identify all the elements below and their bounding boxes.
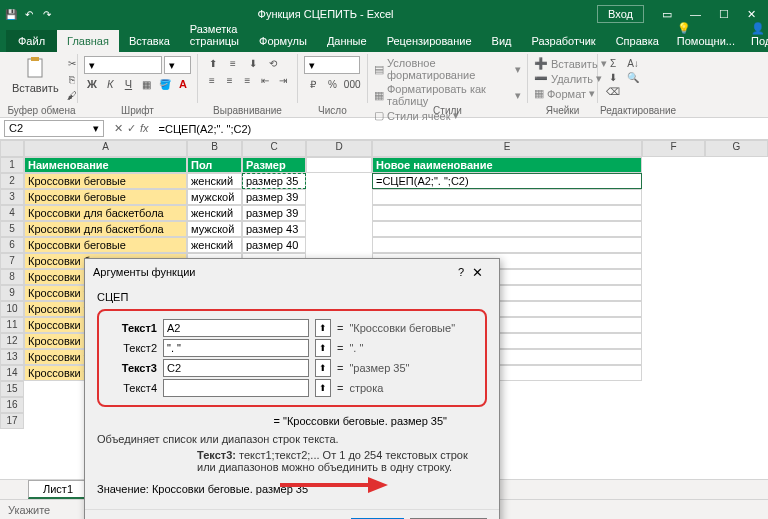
autosave-icon[interactable]: 💾 — [4, 7, 18, 21]
range-ref-icon[interactable]: ⬆ — [315, 359, 331, 377]
col-header-f[interactable]: F — [642, 140, 705, 157]
autosum-icon[interactable]: Σ — [604, 56, 622, 70]
tab-view[interactable]: Вид — [482, 30, 522, 52]
cell[interactable]: размер 39 — [242, 189, 306, 205]
tell-me[interactable]: 💡 Помощни... — [669, 17, 743, 52]
row-header[interactable]: 16 — [0, 397, 24, 413]
cell[interactable]: Кроссовки для баскетбола — [24, 205, 187, 221]
cell[interactable]: размер 40 — [242, 237, 306, 253]
cell[interactable] — [372, 189, 642, 205]
cell[interactable]: размер 43 — [242, 221, 306, 237]
paste-button[interactable]: Вставить — [12, 56, 59, 94]
tab-help[interactable]: Справка — [606, 30, 669, 52]
format-cell-button[interactable]: ▦ Формат ▾ — [534, 86, 591, 101]
indent-dec-icon[interactable]: ⇤ — [257, 73, 273, 87]
share-button[interactable]: 👤 Поделиться — [743, 17, 768, 52]
cell[interactable] — [372, 221, 642, 237]
row-header[interactable]: 9 — [0, 285, 24, 301]
bold-icon[interactable]: Ж — [84, 77, 100, 91]
percent-icon[interactable]: % — [324, 77, 342, 91]
cond-format-button[interactable]: ▤ Условное форматирование ▾ — [374, 56, 521, 82]
cell[interactable] — [372, 205, 642, 221]
formula-input[interactable]: =СЦЕП(A2;". ";C2) — [155, 122, 768, 136]
row-header[interactable]: 12 — [0, 333, 24, 349]
tab-insert[interactable]: Вставка — [119, 30, 180, 52]
row-header[interactable]: 14 — [0, 365, 24, 381]
align-top-icon[interactable]: ⬆ — [204, 56, 222, 70]
col-header-c[interactable]: C — [242, 140, 306, 157]
tab-layout[interactable]: Разметка страницы — [180, 18, 249, 52]
fill-color-icon[interactable]: 🪣 — [157, 77, 173, 91]
row-header[interactable]: 17 — [0, 413, 24, 429]
cell[interactable]: Кроссовки беговые — [24, 189, 187, 205]
range-ref-icon[interactable]: ⬆ — [315, 319, 331, 337]
currency-icon[interactable]: ₽ — [304, 77, 322, 91]
cell[interactable]: Кроссовки для баскетбола — [24, 221, 187, 237]
cell[interactable]: Кроссовки беговые — [24, 237, 187, 253]
align-center-icon[interactable]: ≡ — [222, 73, 238, 87]
name-box[interactable]: C2▾ — [4, 120, 104, 137]
cell[interactable] — [372, 237, 642, 253]
align-bot-icon[interactable]: ⬇ — [244, 56, 262, 70]
align-left-icon[interactable]: ≡ — [204, 73, 220, 87]
arg-input[interactable] — [163, 379, 309, 397]
cell[interactable]: =СЦЕП(A2;". ";C2) — [372, 173, 642, 189]
col-header-d[interactable]: D — [306, 140, 372, 157]
dialog-titlebar[interactable]: Аргументы функции ? ✕ — [85, 259, 499, 285]
cell[interactable]: женский — [187, 173, 242, 189]
font-selector[interactable]: ▾ — [84, 56, 162, 74]
cell[interactable]: мужской — [187, 221, 242, 237]
sort-icon[interactable]: A↓ — [624, 56, 642, 70]
col-header-g[interactable]: G — [705, 140, 768, 157]
font-color-icon[interactable]: А — [175, 77, 191, 91]
cell[interactable]: женский — [187, 237, 242, 253]
col-header-a[interactable]: A — [24, 140, 187, 157]
col-header-e[interactable]: E — [372, 140, 642, 157]
cell[interactable]: Кроссовки беговые — [24, 173, 187, 189]
cancel-formula-icon[interactable]: ✕ — [114, 122, 123, 135]
italic-icon[interactable]: К — [102, 77, 118, 91]
tab-review[interactable]: Рецензирование — [377, 30, 482, 52]
tab-home[interactable]: Главная — [57, 30, 119, 52]
cell[interactable]: женский — [187, 205, 242, 221]
cell[interactable]: размер 35 — [242, 173, 306, 189]
tab-dev[interactable]: Разработчик — [522, 30, 606, 52]
arg-input[interactable] — [163, 359, 309, 377]
sheet-tab[interactable]: Лист1 — [28, 480, 88, 499]
row-header[interactable]: 4 — [0, 205, 24, 221]
dialog-close-icon[interactable]: ✕ — [464, 263, 491, 282]
font-size[interactable]: ▾ — [164, 56, 191, 74]
cell[interactable]: Пол — [187, 157, 242, 173]
cell[interactable]: размер 39 — [242, 205, 306, 221]
tab-file[interactable]: Файл — [6, 30, 57, 52]
row-header[interactable]: 2 — [0, 173, 24, 189]
row-header[interactable]: 13 — [0, 349, 24, 365]
cell[interactable]: мужской — [187, 189, 242, 205]
delete-cell-button[interactable]: ➖ Удалить ▾ — [534, 71, 591, 86]
insert-cell-button[interactable]: ➕ Вставить ▾ — [534, 56, 591, 71]
fill-icon[interactable]: ⬇ — [604, 70, 622, 84]
orientation-icon[interactable]: ⟲ — [264, 56, 282, 70]
underline-icon[interactable]: Ч — [120, 77, 136, 91]
undo-icon[interactable]: ↶ — [22, 7, 36, 21]
row-header[interactable]: 3 — [0, 189, 24, 205]
tab-data[interactable]: Данные — [317, 30, 377, 52]
tab-formulas[interactable]: Формулы — [249, 30, 317, 52]
cell[interactable]: Размер — [242, 157, 306, 173]
fx-icon[interactable]: fx — [140, 122, 149, 135]
range-ref-icon[interactable]: ⬆ — [315, 379, 331, 397]
row-header[interactable]: 15 — [0, 381, 24, 397]
login-button[interactable]: Вход — [597, 5, 644, 23]
number-format[interactable]: ▾ — [304, 56, 360, 74]
align-right-icon[interactable]: ≡ — [240, 73, 256, 87]
range-ref-icon[interactable]: ⬆ — [315, 339, 331, 357]
arg-input[interactable] — [163, 339, 309, 357]
clear-icon[interactable]: ⌫ — [604, 84, 622, 98]
cell[interactable]: Новое наименование — [372, 157, 642, 173]
row-header[interactable]: 8 — [0, 269, 24, 285]
row-header[interactable]: 11 — [0, 317, 24, 333]
col-header-b[interactable]: B — [187, 140, 242, 157]
find-icon[interactable]: 🔍 — [624, 70, 642, 84]
enter-formula-icon[interactable]: ✓ — [127, 122, 136, 135]
redo-icon[interactable]: ↷ — [40, 7, 54, 21]
